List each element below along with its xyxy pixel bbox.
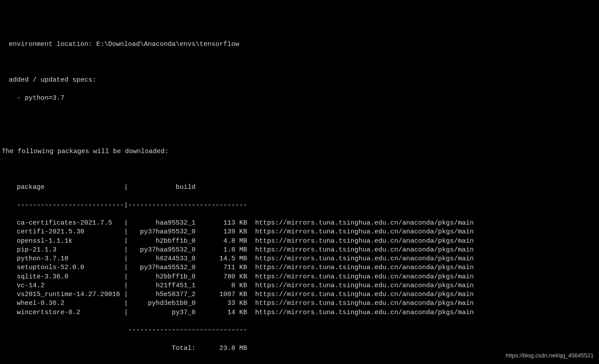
download-row: openssl-1.1.1k | h2bbff1b_0 4.8 MB https… [0,237,599,246]
download-row: wincertstore-0.2 | py37_0 14 KB https://… [0,308,599,317]
download-row: certifi-2021.5.30 | py37haa95532_0 139 K… [0,228,599,236]
watermark: https://blog.csdn.net/qq_45645521 [506,352,594,360]
download-row: wheel-0.36.2 | pyhd3eb1b0_0 33 KB https:… [0,299,599,308]
download-row: setuptools-52.0.0 | py37haa95532_0 711 K… [0,263,599,272]
blank [0,58,599,67]
blank [0,165,599,174]
download-row: ca-certificates-2021.7.5 | haa95532_1 11… [0,219,599,228]
downloads-title: The following packages will be downloade… [0,147,599,156]
downloads-rule: ------------------------------ [0,326,599,335]
download-row: python-3.7.10 | h6244533_0 14.5 MB https… [0,255,599,263]
blank [0,362,599,364]
env-location: environment location: E:\Download\Anacon… [0,40,599,49]
downloads-rule: ---------------------------|------------… [0,201,599,210]
download-row: vc-14.2 | h21ff451_1 8 KB https://mirror… [0,281,599,290]
env-label: environment location: [9,41,92,48]
download-row: vs2015_runtime-14.27.29016 | h5e58377_2 … [0,290,599,299]
download-row: sqlite-3.36.0 | h2bbff1b_0 780 KB https:… [0,273,599,281]
specs-label: added / updated specs: [0,76,599,85]
env-path: E:\Download\Anaconda\envs\tensorflow [96,41,239,48]
blank [0,130,599,139]
blank [0,112,599,120]
download-row: pip-21.1.3 | py37haa95532_0 1.8 MB https… [0,246,599,255]
specs-item: - python=3.7 [0,94,599,103]
downloads-header: package | build [0,183,599,192]
